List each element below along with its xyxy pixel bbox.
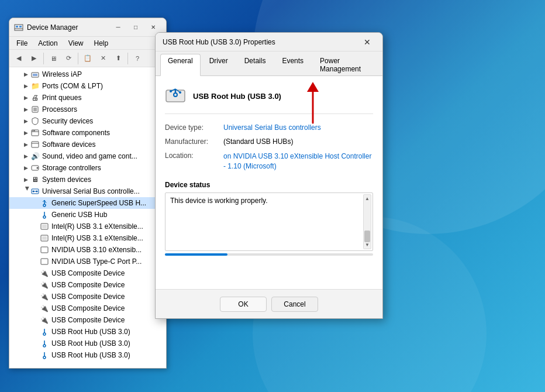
- computer-icon-btn[interactable]: 🖥: [46, 51, 60, 66]
- tree-item-ports[interactable]: ▶ 📁 Ports (COM & LPT): [9, 80, 166, 92]
- manufacturer-label: Manufacturer:: [165, 137, 223, 146]
- dm-titlebar: Device Manager ─ □ ✕: [9, 18, 166, 37]
- roothub2-icon: [40, 339, 49, 348]
- menu-view[interactable]: View: [64, 38, 88, 49]
- tree-item-composite5[interactable]: 🔌 USB Composite Device: [9, 314, 166, 326]
- composite5-label: USB Composite Device: [51, 316, 125, 324]
- scrollbar-thumb[interactable]: [364, 231, 370, 242]
- tree-item-security[interactable]: ▶ Security devices: [9, 115, 166, 127]
- tree-item-roothub3[interactable]: USB Root Hub (USB 3.0): [9, 349, 166, 361]
- ok-button[interactable]: OK: [220, 297, 267, 312]
- tree-item-softwaredevices[interactable]: ▶ Software devices: [9, 139, 166, 150]
- tree-item-intel-usb1[interactable]: Intel(R) USB 3.1 eXtensible...: [9, 221, 166, 232]
- uninstall-button[interactable]: ✕: [96, 51, 110, 66]
- maximize-button[interactable]: □: [127, 22, 144, 33]
- tab-details[interactable]: Details: [237, 54, 274, 75]
- svg-point-10: [33, 130, 34, 132]
- tree-item-composite1[interactable]: 🔌 USB Composite Device: [9, 267, 166, 279]
- status-scrollbar[interactable]: ▲ ▼: [363, 194, 371, 249]
- generic-superspeed-label: Generic SuperSpeed USB H...: [51, 199, 146, 207]
- composite3-icon: 🔌: [40, 292, 49, 301]
- intel-usb1-label: Intel(R) USB 3.1 eXtensible...: [51, 222, 143, 231]
- device-status-label: Device status: [165, 181, 373, 189]
- location-label: Location:: [165, 152, 223, 171]
- tree-item-wireless[interactable]: ▶ Wireless iAP: [9, 68, 166, 80]
- field-location: Location: on NVIDIA USB 3.10 eXtensible …: [165, 152, 373, 171]
- svg-point-15: [37, 167, 39, 169]
- wireless-label: Wireless iAP: [42, 70, 82, 78]
- usb-controller-label: Universal Serial Bus controlle...: [42, 187, 140, 195]
- tree-item-intel-usb2[interactable]: Intel(R) USB 3.1 eXtensible...: [9, 232, 166, 244]
- scroll-down-arrow[interactable]: ▼: [365, 242, 370, 247]
- device-status-text: This device is working properly.: [170, 197, 268, 205]
- tree-item-composite3[interactable]: 🔌 USB Composite Device: [9, 291, 166, 302]
- tree-arrow: ▶: [21, 140, 30, 149]
- tab-general[interactable]: General: [160, 54, 201, 76]
- tree-item-composite4[interactable]: 🔌 USB Composite Device: [9, 302, 166, 314]
- tab-events[interactable]: Events: [274, 54, 311, 75]
- tree-item-processors[interactable]: ▶ Processors: [9, 104, 166, 115]
- tree-item-generic-superspeed[interactable]: Generic SuperSpeed USB H...: [9, 197, 166, 209]
- help-button[interactable]: ?: [130, 51, 144, 66]
- tree-item-roothub1[interactable]: USB Root Hub (USB 3.0): [9, 326, 166, 338]
- tree-item-printqueues[interactable]: ▶ 🖨 Print queues: [9, 92, 166, 104]
- security-label: Security devices: [42, 117, 93, 125]
- props-close-button[interactable]: ✕: [359, 36, 375, 48]
- svg-rect-1: [16, 26, 18, 27]
- properties-button[interactable]: 📋: [81, 51, 95, 66]
- tab-powermanagement[interactable]: Power Management: [312, 54, 377, 75]
- print-icon: 🖨: [30, 93, 40, 102]
- dm-menubar: File Action View Help: [9, 37, 166, 50]
- svg-rect-5: [33, 74, 37, 76]
- system-label: System devices: [42, 176, 91, 184]
- back-button[interactable]: ◀: [12, 51, 26, 66]
- tree-arrow: ▶: [21, 128, 30, 137]
- menu-file[interactable]: File: [12, 38, 32, 49]
- progress-bar-container: [165, 253, 373, 256]
- composite2-label: USB Composite Device: [51, 281, 125, 289]
- composite4-icon: 🔌: [40, 304, 49, 313]
- scan-button[interactable]: ⟳: [61, 51, 75, 66]
- tab-driver[interactable]: Driver: [202, 54, 236, 75]
- softwaredev-icon: [30, 140, 40, 149]
- device-tree[interactable]: ▶ Wireless iAP ▶ 📁 Ports (COM & LPT) ▶ 🖨…: [9, 67, 166, 368]
- menu-action[interactable]: Action: [33, 38, 62, 49]
- tree-item-nvidia-typec[interactable]: NVIDIA USB Type-C Port P...: [9, 256, 166, 267]
- tree-item-storage[interactable]: ▶ Storage controllers: [9, 162, 166, 174]
- update-driver-button[interactable]: ⬆: [111, 51, 125, 66]
- tree-item-softwarecomponents[interactable]: ▶ Software components: [9, 127, 166, 139]
- tree-arrow: ▶: [21, 175, 30, 184]
- svg-rect-7: [33, 108, 37, 111]
- tree-arrow: ▶: [21, 70, 30, 79]
- device-icon-large: [165, 85, 186, 106]
- props-titlebar: USB Root Hub (USB 3.0) Properties ✕: [156, 33, 382, 51]
- composite5-icon: 🔌: [40, 315, 49, 325]
- generic-usb-hub-label: Generic USB Hub: [51, 211, 107, 219]
- dm-win-controls: ─ □ ✕: [110, 22, 161, 33]
- tree-item-sound[interactable]: ▶ 🔊 Sound, video and game cont...: [9, 150, 166, 162]
- tree-item-usb-controller[interactable]: ▶ Universal Serial Bus controlle...: [9, 185, 166, 197]
- tree-item-generic-usb-hub[interactable]: Generic USB Hub: [9, 209, 166, 221]
- tree-item-roothub2[interactable]: USB Root Hub (USB 3.0): [9, 338, 166, 349]
- svg-point-38: [179, 91, 181, 94]
- toolbar-separator-2: [78, 53, 78, 64]
- softwarecomponents-label: Software components: [42, 129, 110, 137]
- minimize-button[interactable]: ─: [110, 22, 126, 33]
- tree-item-system[interactable]: ▶ 🖥 System devices: [9, 174, 166, 185]
- menu-help[interactable]: Help: [89, 38, 113, 49]
- cancel-button[interactable]: Cancel: [271, 297, 318, 312]
- tree-item-composite2[interactable]: 🔌 USB Composite Device: [9, 279, 166, 291]
- close-button[interactable]: ✕: [145, 22, 161, 33]
- intel-usb2-label: Intel(R) USB 3.1 eXtensible...: [51, 234, 143, 242]
- forward-button[interactable]: ▶: [27, 51, 41, 66]
- scroll-up-arrow[interactable]: ▲: [365, 196, 370, 201]
- tree-arrow: ▶: [21, 93, 30, 102]
- svg-point-32: [43, 356, 46, 359]
- props-footer: OK Cancel: [156, 289, 382, 318]
- properties-dialog: USB Root Hub (USB 3.0) Properties ✕ Gene…: [155, 32, 383, 319]
- roothub1-label: USB Root Hub (USB 3.0): [51, 328, 130, 336]
- sound-label: Sound, video and game cont...: [42, 152, 137, 160]
- tree-item-nvidia-usb[interactable]: NVIDIA USB 3.10 eXtensib...: [9, 244, 166, 256]
- roothub3-icon: [40, 350, 49, 360]
- dm-toolbar: ◀ ▶ 🖥 ⟳ 📋 ✕ ⬆ ?: [9, 50, 166, 67]
